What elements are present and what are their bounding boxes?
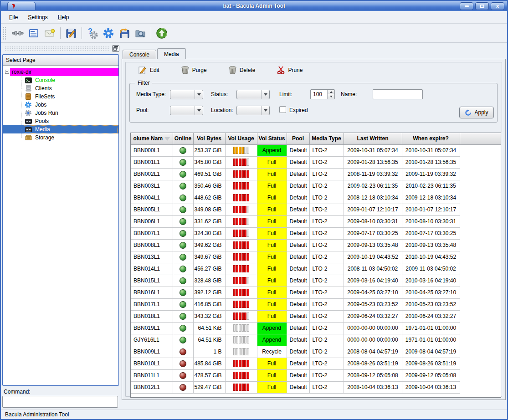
volume-name-cell[interactable]: BBN006L1 (131, 215, 173, 227)
table-row[interactable]: BBN000L1253.37 GiBAppendDefaultLTO-22009… (131, 144, 501, 156)
table-row[interactable]: BBN018L1343.32 GiBFullDefaultLTO-22009-0… (131, 310, 501, 322)
vol-usage-cell[interactable] (225, 381, 257, 393)
volume-name-cell[interactable]: BBN002L1 (131, 168, 173, 180)
table-row[interactable]: BBN011L1478.57 GiBFullDefaultLTO-22008-0… (131, 369, 501, 381)
last-written-cell[interactable]: 2009-10-19 04:43:52 (344, 251, 402, 263)
last-written-cell[interactable]: 2009-02-23 06:11:35 (344, 180, 402, 192)
pool-cell[interactable]: Default (287, 180, 309, 192)
minimize-button[interactable] (460, 2, 473, 10)
vol-bytes-cell[interactable]: 331.62 GiB (193, 215, 225, 227)
vol-usage-cell[interactable] (225, 310, 257, 322)
vol-status-cell[interactable]: Full (257, 204, 287, 215)
volume-name-cell[interactable]: BBN004L1 (131, 192, 173, 204)
sidebar-item-filesets[interactable]: FileSets (3, 92, 118, 101)
vol-bytes-cell[interactable]: 456.27 GiB (193, 263, 225, 275)
vol-usage-cell[interactable] (225, 298, 257, 310)
media-type-cell[interactable]: LTO-2 (309, 381, 344, 393)
last-written-cell[interactable]: 2009-03-16 04:19:40 (344, 275, 402, 287)
tab-console[interactable]: Console (123, 50, 156, 59)
online-cell[interactable] (173, 358, 193, 369)
media-type-combo[interactable] (170, 90, 203, 99)
when-expire-cell[interactable]: 2009-12-18 03:10:34 (402, 192, 460, 204)
vol-status-cell[interactable]: Full (257, 381, 287, 393)
table-row[interactable]: BBN008L1349.62 GiBFullDefaultLTO-22009-0… (131, 239, 501, 251)
media-type-cell[interactable]: LTO-2 (309, 287, 344, 298)
when-expire-cell[interactable]: 2009-08-26 03:51:19 (402, 358, 460, 369)
vol-usage-cell[interactable] (225, 144, 257, 156)
online-cell[interactable] (173, 180, 193, 192)
vol-usage-cell[interactable] (225, 192, 257, 204)
table-row[interactable]: BBN003L1350.46 GiBFullDefaultLTO-22009-0… (131, 180, 501, 192)
media-type-cell[interactable]: LTO-2 (309, 310, 344, 322)
connect-button[interactable] (11, 26, 25, 40)
edit-button[interactable]: Edit (136, 65, 162, 76)
vol-status-cell[interactable]: Append (257, 144, 287, 156)
menu-settings[interactable]: Settings (23, 12, 52, 22)
col-media-type[interactable]: Media Type (309, 133, 344, 144)
online-cell[interactable] (173, 168, 193, 180)
location-combo[interactable] (236, 106, 270, 115)
vol-usage-cell[interactable] (225, 346, 257, 358)
col-when-expire[interactable]: When expire? (402, 133, 460, 144)
when-expire-cell[interactable]: 1971-01-01 01:00:00 (402, 334, 460, 346)
edit-save-button[interactable] (64, 26, 78, 40)
when-expire-cell[interactable]: 2009-08-04 04:57:19 (402, 346, 460, 358)
vol-usage-cell[interactable] (225, 227, 257, 239)
col-volume-name[interactable]: olume Nam (131, 133, 173, 144)
vol-status-cell[interactable]: Full (257, 156, 287, 168)
online-cell[interactable] (173, 310, 193, 322)
last-written-cell[interactable]: 2008-12-18 03:10:34 (344, 192, 402, 204)
table-row[interactable]: BBN013L1349.67 GiBFullDefaultLTO-22009-1… (131, 251, 501, 263)
pool-cell[interactable]: Default (287, 239, 309, 251)
pool-cell[interactable]: Default (287, 204, 309, 215)
media-type-cell[interactable]: LTO-2 (309, 251, 344, 263)
volume-name-cell[interactable]: BBN012L1 (131, 381, 173, 393)
pool-combo[interactable] (170, 106, 203, 115)
table-row[interactable]: BBN007L1324.30 GiBFullDefaultLTO-22009-0… (131, 227, 501, 239)
media-type-cell[interactable]: LTO-2 (309, 168, 344, 180)
sidebar-item-pools[interactable]: Pools (3, 117, 118, 125)
pool-cell[interactable]: Default (287, 227, 309, 239)
vol-status-cell[interactable]: Full (257, 239, 287, 251)
purge-button[interactable]: Purge (179, 65, 210, 76)
last-written-cell[interactable]: 2008-09-12 05:05:08 (344, 369, 402, 381)
maximize-button[interactable] (475, 2, 489, 10)
sidebar-item-console[interactable]: Console (3, 76, 118, 84)
when-expire-cell[interactable]: 2010-10-19 04:43:52 (402, 251, 460, 263)
vol-usage-cell[interactable] (225, 334, 257, 346)
pool-cell[interactable]: Default (287, 298, 309, 310)
limit-spinbox[interactable]: 100 (310, 89, 335, 99)
dock-titlebar[interactable] (2, 44, 121, 53)
sidebar-item-jobs[interactable]: Jobs (3, 101, 118, 109)
menu-help[interactable]: Help (53, 12, 74, 22)
vol-bytes-cell[interactable]: 349.08 GiB (193, 204, 225, 215)
last-written-cell[interactable]: 0000-00-00 00:00:00 (344, 334, 402, 346)
when-expire-cell[interactable]: 2009-11-03 04:50:02 (402, 263, 460, 275)
vol-usage-cell[interactable] (225, 358, 257, 369)
collapse-expander-icon[interactable] (5, 70, 9, 74)
last-written-cell[interactable]: 2008-10-04 03:36:13 (344, 381, 402, 393)
last-written-cell[interactable]: 2009-01-07 12:10:17 (344, 204, 402, 215)
media-type-cell[interactable]: LTO-2 (309, 322, 344, 334)
online-cell[interactable] (173, 369, 193, 381)
vol-usage-cell[interactable] (225, 263, 257, 275)
volume-name-cell[interactable]: BBN003L1 (131, 180, 173, 192)
last-written-cell[interactable]: 0000-00-00 00:00:00 (344, 322, 402, 334)
table-row[interactable]: BBN005L1349.08 GiBFullDefaultLTO-22009-0… (131, 204, 501, 215)
online-cell[interactable] (173, 144, 193, 156)
last-written-cell[interactable]: 2009-05-23 03:23:52 (344, 298, 402, 310)
col-last-written[interactable]: Last Written (344, 133, 402, 144)
media-type-cell[interactable]: LTO-2 (309, 156, 344, 168)
tab-media[interactable]: Media (157, 48, 186, 59)
when-expire-cell[interactable]: 2010-08-10 03:30:31 (402, 215, 460, 227)
vol-usage-cell[interactable] (225, 251, 257, 263)
media-type-cell[interactable]: LTO-2 (309, 204, 344, 215)
when-expire-cell[interactable]: 2010-05-23 03:23:52 (402, 298, 460, 310)
volume-name-cell[interactable]: BBN005L1 (131, 204, 173, 215)
help-run-button[interactable]: ? (86, 26, 99, 40)
vol-bytes-cell[interactable]: 328.48 GiB (193, 275, 225, 287)
vol-bytes-cell[interactable]: 64.51 KiB (193, 322, 225, 334)
status-combo[interactable] (236, 90, 270, 99)
last-written-cell[interactable]: 2008-11-19 03:39:32 (344, 168, 402, 180)
vol-status-cell[interactable]: Append (257, 322, 287, 334)
